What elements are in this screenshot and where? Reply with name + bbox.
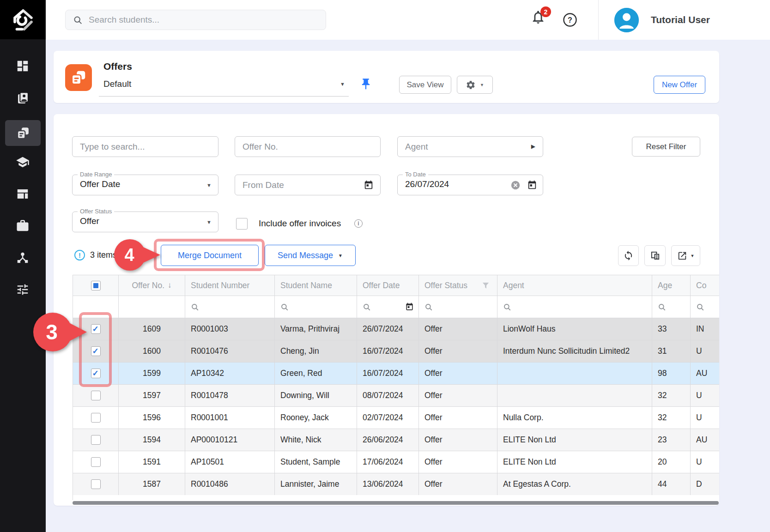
sidebar-item-automation[interactable] [12,247,33,268]
student-number-cell[interactable]: R0010476 [185,340,275,363]
sidebar-item-courses[interactable] [12,151,33,173]
clear-icon[interactable] [510,180,521,190]
filter-cell[interactable] [119,296,185,318]
student-number-cell[interactable]: R0010486 [185,473,275,496]
table-row[interactable]: 1591 AP10501 Student, Sample 17/06/2024 … [73,451,719,473]
agent-field[interactable]: ▶ [397,136,543,157]
agent-cell[interactable]: ELITE Non Ltd [497,451,652,473]
pin-view-button[interactable] [359,77,372,91]
student-name-cell[interactable]: Downing, Will [275,385,357,407]
calendar-icon[interactable] [527,180,537,190]
horizontal-scrollbar[interactable] [73,501,719,505]
filter-cell[interactable] [357,296,419,318]
table-row[interactable]: 1596 R0001001 Rooney, Jack 02/07/2024 Of… [73,407,719,429]
offer-no-cell[interactable]: 1596 [119,407,185,429]
table-row[interactable]: 1599 AP10342 Green, Red 16/07/2024 Offer… [73,363,719,385]
student-name-cell[interactable]: White, Nick [275,429,357,451]
chevron-down-icon[interactable]: ▼ [340,81,345,87]
from-date-field[interactable] [235,175,381,195]
column-header-offer-no[interactable]: Offer No. ↓ [119,275,185,296]
avatar[interactable] [614,8,639,32]
column-header-offer-status[interactable]: Offer Status [419,275,497,296]
row-checkbox[interactable] [91,457,101,467]
view-settings-button[interactable]: ▼ [457,76,493,94]
student-name-cell[interactable]: Student, Sample [275,451,357,473]
offer-no-cell[interactable]: 1597 [119,385,185,407]
filter-icon[interactable] [482,282,490,290]
student-number-cell[interactable]: AP10501 [185,451,275,473]
filter-cell[interactable] [185,296,275,318]
row-checkbox[interactable] [91,413,101,423]
student-name-cell[interactable]: Cheng, Jin [275,340,357,363]
agent-cell[interactable] [497,363,652,385]
grid-search-field[interactable] [72,136,218,157]
row-checkbox[interactable] [91,369,101,378]
offer-no-cell[interactable]: 1599 [119,363,185,385]
row-checkbox[interactable] [91,479,101,489]
student-number-cell[interactable]: R0010478 [185,385,275,407]
agent-cell[interactable]: Nulla Corp. [497,407,652,429]
table-row[interactable]: 1600 R0010476 Cheng, Jin 16/07/2024 Offe… [73,340,719,363]
offer-no-cell[interactable]: 1591 [119,451,185,473]
student-number-cell[interactable]: AP10342 [185,363,275,385]
sidebar-item-dashboard[interactable] [12,55,33,77]
grid-search-input[interactable] [73,142,218,152]
student-number-cell[interactable]: R0001001 [185,407,275,429]
select-all-checkbox[interactable] [91,281,101,290]
app-logo[interactable] [0,0,46,39]
row-select-cell[interactable] [73,429,119,451]
student-name-cell[interactable]: Varma, Prithviraj [275,318,357,340]
student-name-cell[interactable]: Lannister, Jaime [275,473,357,496]
column-header-student-number[interactable]: Student Number [185,275,275,296]
help-button[interactable]: ? [562,12,578,28]
row-checkbox[interactable] [91,391,101,400]
agent-cell[interactable] [497,385,652,407]
table-row[interactable]: 1587 R0010486 Lannister, Jaime 13/06/202… [73,473,719,496]
offer-no-input[interactable] [235,142,380,152]
new-offer-button[interactable]: New Offer [654,76,705,94]
to-date-field[interactable]: To Date 26/07/2024 [397,175,543,195]
row-checkbox[interactable] [91,324,101,334]
date-range-select[interactable]: Date Range Offer Date ▼ [72,175,218,195]
sidebar-item-layout[interactable] [12,183,33,205]
row-select-cell[interactable] [73,473,119,496]
send-message-button[interactable]: Send Message ▼ [265,245,356,266]
offer-status-select[interactable]: Offer Status Offer ▼ [72,212,218,232]
include-invoices-checkbox[interactable] [236,218,248,230]
column-header-student-name[interactable]: Student Name [275,275,357,296]
refresh-button[interactable] [618,245,639,266]
reset-filter-button[interactable]: Reset Filter [632,137,700,157]
row-select-cell[interactable] [73,407,119,429]
table-row[interactable]: 1597 R0010478 Downing, Will 08/07/2024 O… [73,385,719,407]
filter-cell[interactable] [419,296,497,318]
offer-no-cell[interactable]: 1609 [119,318,185,340]
filter-cell[interactable] [691,296,719,318]
row-select-cell[interactable] [73,451,119,473]
column-chooser-button[interactable] [644,245,666,266]
global-search[interactable] [65,10,326,30]
select-all-cell[interactable] [73,275,119,296]
agent-cell[interactable]: LionWolf Haus [497,318,652,340]
column-header-agent[interactable]: Agent [497,275,652,296]
student-number-cell[interactable]: R0001003 [185,318,275,340]
sidebar-item-students[interactable] [12,87,33,109]
save-view-button[interactable]: Save View [399,76,451,94]
to-date-value[interactable]: 26/07/2024 [405,179,449,189]
calendar-icon[interactable] [405,302,414,311]
agent-cell[interactable]: At Egestas A Corp. [497,473,652,496]
calendar-icon[interactable] [364,180,374,190]
sidebar-item-services[interactable] [12,215,33,236]
table-row[interactable]: 1594 AP00010121 White, Nick 26/06/2024 O… [73,429,719,451]
student-name-cell[interactable]: Green, Red [275,363,357,385]
offer-no-field[interactable] [235,136,381,157]
row-checkbox[interactable] [91,435,101,445]
offer-no-cell[interactable]: 1600 [119,340,185,363]
sidebar-item-settings[interactable] [12,279,33,300]
column-header-age[interactable]: Age [652,275,691,296]
filter-cell[interactable] [497,296,652,318]
search-input[interactable] [89,15,310,25]
offer-no-cell[interactable]: 1587 [119,473,185,496]
filter-cell[interactable] [275,296,357,318]
row-select-cell[interactable] [73,363,119,385]
student-number-cell[interactable]: AP00010121 [185,429,275,451]
